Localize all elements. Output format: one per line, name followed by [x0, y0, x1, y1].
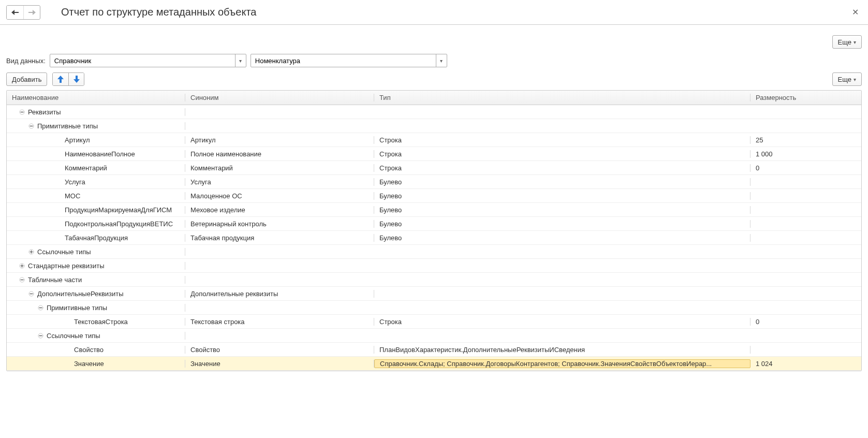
table-row[interactable]: ДополнительныеРеквизитыДополнительные ре… [7, 287, 861, 301]
row-syn-text: Текстовая строка [190, 318, 245, 326]
table-row[interactable]: НаименованиеПолноеПолное наименованиеСтр… [7, 147, 861, 161]
row-type-text: Булево [379, 206, 402, 214]
col-header-type[interactable]: Тип [374, 94, 751, 101]
nav-forward-button[interactable] [23, 6, 40, 19]
row-name-text: Табличные части [28, 276, 82, 284]
row-name-text: ТекстоваяСтрока [74, 318, 128, 326]
table-row[interactable]: Реквизиты [7, 105, 861, 119]
cell-name: ПодконтрольнаяПродукцияВЕТИС [7, 220, 185, 228]
row-syn-text: Полное наименование [190, 150, 261, 158]
collapse-icon[interactable] [19, 109, 25, 115]
table-row[interactable]: ПродукцияМаркируемаяДляГИСММеховое издел… [7, 203, 861, 217]
nav-buttons [6, 5, 40, 20]
collapse-icon[interactable] [19, 277, 25, 283]
cell-synonym: Артикул [185, 136, 374, 144]
cell-name: Стандартные реквизиты [7, 262, 185, 270]
object-combo[interactable]: ▾ [251, 54, 447, 67]
col-header-dimension[interactable]: Размерность [751, 94, 861, 101]
nav-back-button[interactable] [7, 6, 23, 19]
row-type-text: Строка [379, 136, 402, 144]
collapse-icon[interactable] [38, 305, 43, 311]
table: Наименование Синоним Тип Размерность Рек… [6, 90, 862, 371]
cell-name: ПродукцияМаркируемаяДляГИСМ [7, 206, 185, 214]
table-row[interactable]: КомментарийКомментарийСтрока0 [7, 161, 861, 175]
table-row[interactable]: ЗначениеЗначениеСправочник.Склады; Справ… [7, 357, 861, 371]
table-row[interactable]: МОСМалоценное ОСБулево [7, 189, 861, 203]
move-down-button[interactable] [68, 73, 84, 85]
row-dim-text: 0 [756, 318, 759, 326]
table-row[interactable]: ПодконтрольнаяПродукцияВЕТИСВетеринарный… [7, 217, 861, 231]
collapse-icon[interactable] [28, 291, 34, 297]
more-button-top[interactable]: Еще ▾ [832, 35, 862, 49]
table-row[interactable]: СвойствоСвойствоПланВидовХарактеристик.Д… [7, 343, 861, 357]
row-dim-text: 0 [756, 164, 759, 172]
table-row[interactable]: УслугаУслугаБулево [7, 175, 861, 189]
row-type-text: ПланВидовХарактеристик.ДополнительныеРек… [379, 346, 585, 354]
row-type-text: Булево [379, 220, 402, 228]
col-header-name[interactable]: Наименование [7, 94, 185, 101]
collapse-icon[interactable] [28, 123, 34, 129]
cell-synonym: Табачная продукция [185, 234, 374, 242]
col-header-synonym[interactable]: Синоним [185, 94, 374, 101]
cell-type: Булево [374, 234, 751, 242]
table-row[interactable]: Примитивные типы [7, 301, 861, 315]
table-row[interactable]: АртикулАртикулСтрока25 [7, 133, 861, 147]
cell-type: Строка [374, 136, 751, 144]
row-syn-text: Услуга [190, 178, 211, 186]
no-expander [65, 347, 71, 353]
cell-type: Булево [374, 220, 751, 228]
close-button[interactable]: ✕ [849, 4, 862, 20]
cell-name: МОС [7, 192, 185, 200]
chevron-down-icon: ▾ [239, 58, 242, 64]
no-expander [56, 151, 62, 157]
expand-icon[interactable] [28, 249, 34, 255]
table-row[interactable]: Стандартные реквизиты [7, 259, 861, 273]
data-type-combo[interactable]: ▾ [50, 54, 246, 67]
cell-type: Строка [374, 164, 751, 172]
row-name-text: НаименованиеПолное [65, 150, 135, 158]
more-button-label: Еще [838, 38, 851, 46]
arrow-up-icon [57, 76, 64, 83]
cell-type: Булево [374, 192, 751, 200]
table-row[interactable]: Ссылочные типы [7, 329, 861, 343]
cell-type: Строка [374, 318, 751, 326]
arrow-right-icon [28, 10, 36, 15]
table-row[interactable]: Табличные части [7, 273, 861, 287]
arrow-left-icon [11, 10, 19, 15]
table-row[interactable]: Ссылочные типы [7, 245, 861, 259]
add-button-label: Добавить [12, 76, 41, 83]
row-syn-text: Ветеринарный контроль [190, 220, 267, 228]
row-name-text: Ссылочные типы [37, 248, 91, 256]
topbar: Отчет по структуре метаданных объекта ✕ [0, 0, 868, 25]
table-row[interactable]: Примитивные типы [7, 119, 861, 133]
row-type-text: Булево [379, 234, 402, 242]
more-button-toolbar[interactable]: Еще ▾ [832, 72, 862, 86]
row-name-text: МОС [65, 192, 80, 200]
expand-icon[interactable] [19, 263, 25, 269]
cell-synonym: Текстовая строка [185, 318, 374, 326]
collapse-icon[interactable] [38, 333, 43, 339]
row-name-text: Услуга [65, 178, 85, 186]
data-type-dropdown-button[interactable]: ▾ [235, 54, 246, 67]
row-name-text: ТабачнаяПродукция [65, 234, 128, 242]
cell-dimension: 1 000 [751, 150, 861, 158]
row-dim-text: 1 024 [756, 360, 773, 368]
object-dropdown-button[interactable]: ▾ [436, 54, 447, 67]
cell-type: Справочник.Склады; Справочник.ДоговорыКо… [374, 359, 751, 368]
cell-type: ПланВидовХарактеристик.ДополнительныеРек… [374, 346, 751, 354]
table-row[interactable]: ТекстоваяСтрокаТекстовая строкаСтрока0 [7, 315, 861, 329]
row-dim-text: 25 [756, 136, 763, 144]
row-name-text: Примитивные типы [37, 122, 98, 130]
move-up-button[interactable] [53, 73, 68, 85]
cell-synonym: Меховое изделие [185, 206, 374, 214]
table-row[interactable]: ТабачнаяПродукцияТабачная продукцияБулев… [7, 231, 861, 245]
add-button[interactable]: Добавить [6, 72, 47, 86]
cell-name: НаименованиеПолное [7, 150, 185, 158]
object-input[interactable] [251, 54, 436, 67]
row-name-text: Значение [74, 360, 104, 368]
row-syn-text: Артикул [190, 136, 215, 144]
table-header: Наименование Синоним Тип Размерность [7, 91, 861, 105]
data-type-input[interactable] [50, 54, 235, 67]
chevron-down-icon: ▾ [440, 58, 443, 64]
filter-row: Вид данных: ▾ ▾ [6, 54, 862, 67]
